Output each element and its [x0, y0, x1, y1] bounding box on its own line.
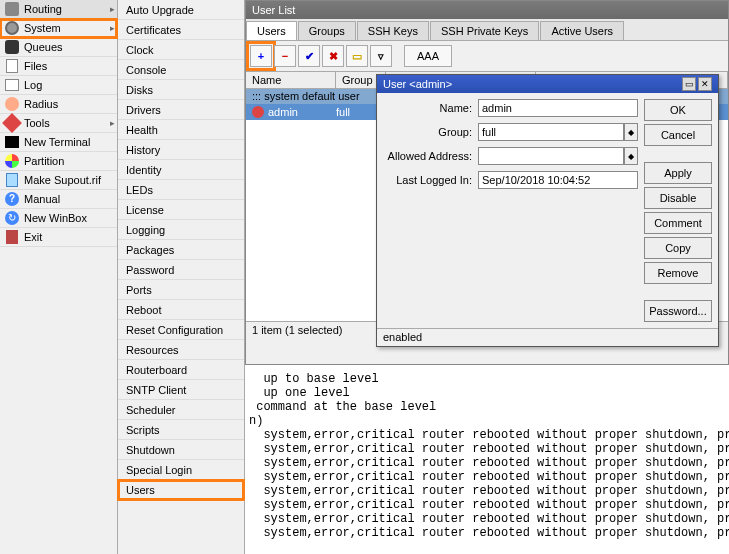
sidebar-item-tools[interactable]: Tools ▸	[0, 114, 117, 133]
tab-groups[interactable]: Groups	[298, 21, 356, 40]
dialog-title-bar[interactable]: User <admin> ▭ ✕	[377, 75, 718, 93]
sidebar-item-system[interactable]: System ▸	[0, 19, 117, 38]
sidebar-label: Log	[24, 79, 42, 91]
submenu-item-clock[interactable]: Clock	[118, 40, 244, 60]
remove-button[interactable]: Remove	[644, 262, 712, 284]
user-edit-dialog: User <admin> ▭ ✕ Name: Group: ◆ Allowed …	[376, 74, 719, 347]
cell-name: admin	[246, 106, 336, 118]
supout-icon	[4, 172, 20, 188]
submenu-item-reboot[interactable]: Reboot	[118, 300, 244, 320]
disable-button[interactable]: Disable	[644, 187, 712, 209]
user-icon	[252, 106, 264, 118]
sidebar-item-manual[interactable]: ? Manual	[0, 190, 117, 209]
main-area: User List UsersGroupsSSH KeysSSH Private…	[245, 0, 729, 554]
submenu-item-history[interactable]: History	[118, 140, 244, 160]
submenu-item-packages[interactable]: Packages	[118, 240, 244, 260]
comment-button[interactable]: Comment	[644, 212, 712, 234]
sidebar-item-exit[interactable]: Exit	[0, 228, 117, 247]
system-icon	[4, 20, 20, 36]
allowed-address-label: Allowed Address:	[383, 150, 478, 162]
main-sidebar: Routing ▸ System ▸ Queues Files Log Radi…	[0, 0, 118, 554]
disable-button[interactable]: ✖	[322, 45, 344, 67]
submenu-item-console[interactable]: Console	[118, 60, 244, 80]
submenu-item-special-login[interactable]: Special Login	[118, 460, 244, 480]
comment-button[interactable]: ▭	[346, 45, 368, 67]
minimize-icon[interactable]: ▭	[682, 77, 696, 91]
submenu-item-health[interactable]: Health	[118, 120, 244, 140]
name-input[interactable]	[478, 99, 638, 117]
sidebar-label: Exit	[24, 231, 42, 243]
sidebar-item-log[interactable]: Log	[0, 76, 117, 95]
submenu-item-auto-upgrade[interactable]: Auto Upgrade	[118, 0, 244, 20]
group-dropdown-icon[interactable]: ◆	[624, 123, 638, 141]
remove-button[interactable]: −	[274, 45, 296, 67]
sidebar-label: System	[24, 22, 61, 34]
window-title: User List	[246, 1, 728, 19]
sidebar-label: Files	[24, 60, 47, 72]
submenu-item-leds[interactable]: LEDs	[118, 180, 244, 200]
ok-button[interactable]: OK	[644, 99, 712, 121]
dialog-status: enabled	[377, 328, 718, 346]
close-icon[interactable]: ✕	[698, 77, 712, 91]
partition-icon	[4, 153, 20, 169]
allowed-address-input[interactable]	[478, 147, 624, 165]
enable-button[interactable]: ✔	[298, 45, 320, 67]
group-input[interactable]	[478, 123, 624, 141]
aaa-button[interactable]: AAA	[404, 45, 452, 67]
filter-button[interactable]: ▿	[370, 45, 392, 67]
submenu-item-identity[interactable]: Identity	[118, 160, 244, 180]
add-button[interactable]: +	[250, 45, 272, 67]
sidebar-item-files[interactable]: Files	[0, 57, 117, 76]
last-logged-in-value	[478, 171, 638, 189]
toolbar: + − ✔ ✖ ▭ ▿ AAA	[246, 41, 728, 72]
radius-icon	[4, 96, 20, 112]
sidebar-item-radius[interactable]: Radius	[0, 95, 117, 114]
sidebar-item-routing[interactable]: Routing ▸	[0, 0, 117, 19]
apply-button[interactable]: Apply	[644, 162, 712, 184]
submenu-item-users[interactable]: Users	[118, 480, 244, 500]
submenu-item-license[interactable]: License	[118, 200, 244, 220]
manual-icon: ?	[4, 191, 20, 207]
submenu-item-routerboard[interactable]: Routerboard	[118, 360, 244, 380]
log-icon	[4, 77, 20, 93]
submenu-item-shutdown[interactable]: Shutdown	[118, 440, 244, 460]
files-icon	[4, 58, 20, 74]
submenu-item-ports[interactable]: Ports	[118, 280, 244, 300]
sidebar-label: Partition	[24, 155, 64, 167]
tab-ssh-keys[interactable]: SSH Keys	[357, 21, 429, 40]
queues-icon	[4, 39, 20, 55]
copy-button[interactable]: Copy	[644, 237, 712, 259]
sidebar-item-partition[interactable]: Partition	[0, 152, 117, 171]
sidebar-label: New WinBox	[24, 212, 87, 224]
sidebar-item-queues[interactable]: Queues	[0, 38, 117, 57]
terminal-icon	[4, 134, 20, 150]
allowed-address-dropdown-icon[interactable]: ◆	[624, 147, 638, 165]
tab-active-users[interactable]: Active Users	[540, 21, 624, 40]
sidebar-item-new-winbox[interactable]: ↻ New WinBox	[0, 209, 117, 228]
sidebar-label: Tools	[24, 117, 50, 129]
cancel-button[interactable]: Cancel	[644, 124, 712, 146]
terminal-output[interactable]: up to base level up one level command at…	[245, 370, 729, 554]
submenu-item-reset-configuration[interactable]: Reset Configuration	[118, 320, 244, 340]
submenu-item-certificates[interactable]: Certificates	[118, 20, 244, 40]
submenu-item-resources[interactable]: Resources	[118, 340, 244, 360]
exit-icon	[4, 229, 20, 245]
submenu-item-disks[interactable]: Disks	[118, 80, 244, 100]
column-name[interactable]: Name	[246, 72, 336, 88]
sidebar-label: Make Supout.rif	[24, 174, 101, 186]
sidebar-label: Manual	[24, 193, 60, 205]
submenu-item-logging[interactable]: Logging	[118, 220, 244, 240]
tab-ssh-private-keys[interactable]: SSH Private Keys	[430, 21, 539, 40]
submenu-item-sntp-client[interactable]: SNTP Client	[118, 380, 244, 400]
submenu-item-scripts[interactable]: Scripts	[118, 420, 244, 440]
group-label: Group:	[383, 126, 478, 138]
sidebar-item-supout[interactable]: Make Supout.rif	[0, 171, 117, 190]
submenu-item-drivers[interactable]: Drivers	[118, 100, 244, 120]
password--button[interactable]: Password...	[644, 300, 712, 322]
sidebar-item-new-terminal[interactable]: New Terminal	[0, 133, 117, 152]
tab-users[interactable]: Users	[246, 21, 297, 40]
submenu-item-scheduler[interactable]: Scheduler	[118, 400, 244, 420]
sidebar-label: Routing	[24, 3, 62, 15]
tabs: UsersGroupsSSH KeysSSH Private KeysActiv…	[246, 19, 728, 41]
submenu-item-password[interactable]: Password	[118, 260, 244, 280]
